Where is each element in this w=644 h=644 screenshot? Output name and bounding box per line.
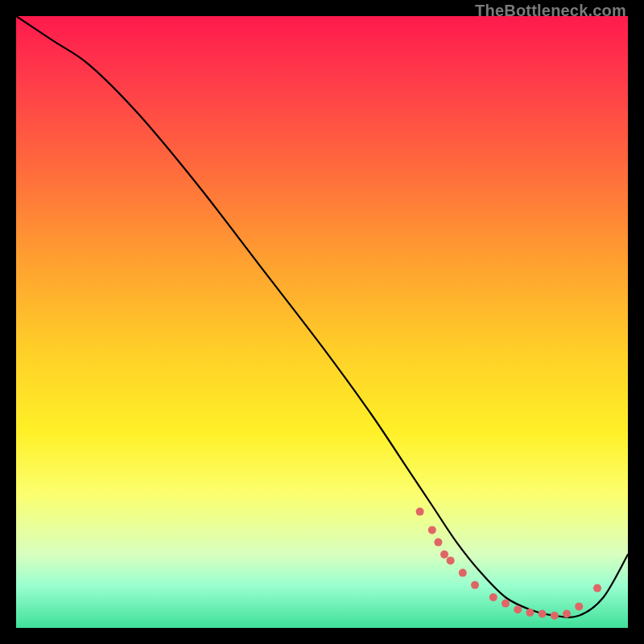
marker-point [489, 593, 497, 601]
plot-area [16, 16, 628, 628]
bottleneck-curve [16, 16, 628, 617]
marker-point [447, 556, 455, 564]
marker-point [563, 610, 571, 618]
marker-point [459, 569, 467, 577]
marker-point [428, 526, 436, 534]
marker-point [434, 539, 442, 547]
marker-point [440, 551, 448, 559]
marker-point [526, 609, 534, 617]
marker-point [471, 581, 479, 589]
marker-point [551, 612, 559, 620]
chart-stage: TheBottleneck.com [0, 0, 644, 644]
marker-point [416, 508, 424, 516]
marker-point [502, 600, 510, 608]
marker-point [514, 605, 522, 613]
curve-layer [16, 16, 628, 628]
marker-point [539, 610, 547, 618]
marker-point [575, 602, 583, 610]
marker-point [593, 584, 601, 592]
